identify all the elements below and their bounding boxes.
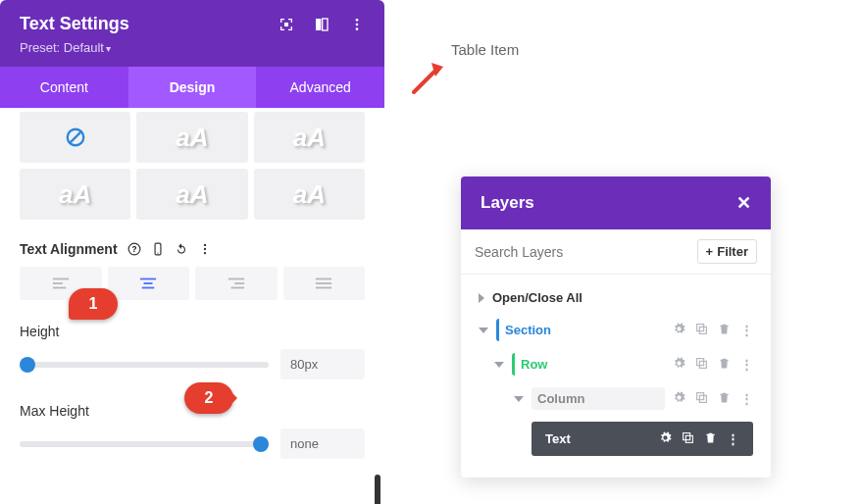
layer-label: Section: [496, 319, 665, 341]
layer-label: Column: [532, 387, 665, 410]
layer-actions: ⋮: [673, 391, 753, 406]
layers-header: Layers ✕: [461, 176, 771, 229]
svg-rect-35: [684, 433, 690, 440]
help-icon[interactable]: ?: [127, 242, 141, 256]
max-height-slider[interactable]: [20, 441, 269, 447]
duplicate-icon[interactable]: [682, 431, 694, 444]
duplicate-icon[interactable]: [695, 323, 708, 335]
layers-body: Open/Close All Section ⋮ Row ⋮: [461, 275, 771, 478]
duplicate-icon[interactable]: [695, 391, 708, 404]
duplicate-icon[interactable]: [695, 357, 708, 370]
svg-rect-2: [323, 19, 328, 30]
style-option[interactable]: aA: [20, 169, 130, 220]
svg-rect-1: [316, 19, 321, 30]
layer-row[interactable]: Row ⋮: [475, 347, 757, 381]
layer-actions: ⋮: [673, 323, 753, 337]
style-option[interactable]: aA: [254, 112, 365, 163]
focus-icon[interactable]: [279, 17, 294, 32]
more-icon[interactable]: ⋮: [740, 391, 753, 406]
trash-icon[interactable]: [718, 391, 731, 404]
svg-line-27: [414, 69, 437, 92]
panel-body: aA aA aA aA aA Text Alignment ?: [0, 112, 384, 479]
tab-advanced[interactable]: Advanced: [256, 67, 384, 108]
svg-rect-30: [699, 327, 706, 333]
filter-button[interactable]: +Filter: [697, 239, 757, 264]
svg-point-3: [356, 19, 359, 22]
panel-header: Text Settings Preset: Default▾: [0, 0, 384, 67]
triangle-right-icon: [479, 293, 484, 303]
height-value[interactable]: 80px: [280, 349, 365, 379]
filter-label: Filter: [717, 244, 748, 259]
annotation-marker-1: 1: [69, 288, 118, 320]
layer-actions: ⋮: [653, 428, 745, 450]
text-style-grid: aA aA aA aA aA: [20, 112, 365, 220]
svg-rect-0: [284, 23, 288, 26]
svg-text:?: ?: [131, 245, 136, 254]
annotation-marker-2: 2: [184, 382, 233, 414]
more-icon[interactable]: [198, 242, 212, 256]
expand-all-toggle[interactable]: Open/Close All: [475, 282, 757, 313]
style-option[interactable]: aA: [254, 169, 365, 220]
trash-icon[interactable]: [704, 431, 717, 444]
preset-label: Preset: Default: [20, 40, 104, 55]
layers-panel: Layers ✕ +Filter Open/Close All Section …: [461, 176, 771, 478]
gear-icon[interactable]: [659, 431, 672, 444]
trash-icon[interactable]: [718, 323, 731, 335]
device-icon[interactable]: [151, 242, 165, 256]
svg-rect-32: [699, 361, 706, 368]
style-option[interactable]: aA: [136, 169, 247, 220]
panel-title: Text Settings: [20, 14, 129, 34]
svg-rect-31: [697, 359, 704, 366]
tab-content[interactable]: Content: [0, 67, 128, 108]
marker-1-text: 1: [89, 295, 98, 313]
settings-tabs: Content Design Advanced: [0, 67, 384, 108]
scrollbar[interactable]: [375, 475, 380, 504]
close-icon[interactable]: ✕: [736, 192, 751, 214]
svg-rect-34: [699, 395, 706, 402]
triangle-down-icon: [494, 362, 504, 368]
layer-label: Row: [512, 353, 665, 376]
svg-rect-29: [697, 325, 704, 331]
layer-section[interactable]: Section ⋮: [475, 313, 757, 347]
layers-search-input[interactable]: [475, 244, 689, 260]
layer-actions: ⋮: [673, 357, 753, 372]
reset-icon[interactable]: [175, 242, 188, 256]
more-icon[interactable]: ⋮: [727, 431, 739, 446]
canvas-table-item[interactable]: Table Item: [451, 41, 519, 58]
layers-title: Layers: [481, 193, 534, 213]
trash-icon[interactable]: [718, 357, 731, 370]
svg-point-13: [203, 248, 205, 250]
more-icon[interactable]: ⋮: [740, 357, 753, 372]
svg-point-14: [203, 252, 205, 254]
gear-icon[interactable]: [673, 357, 685, 370]
align-center-button[interactable]: [108, 267, 190, 300]
more-icon[interactable]: ⋮: [740, 323, 753, 337]
layer-column[interactable]: Column ⋮: [475, 381, 757, 416]
style-option[interactable]: aA: [136, 112, 247, 163]
height-slider[interactable]: [20, 362, 269, 368]
triangle-down-icon: [479, 328, 488, 333]
gear-icon[interactable]: [673, 391, 685, 404]
more-icon[interactable]: [349, 17, 365, 32]
svg-rect-33: [697, 393, 704, 400]
svg-point-11: [157, 253, 158, 254]
gear-icon[interactable]: [673, 323, 685, 335]
layers-search-row: +Filter: [461, 229, 771, 275]
style-none[interactable]: [20, 112, 130, 163]
annotation-arrow: [408, 59, 447, 98]
text-alignment-label: Text Alignment: [20, 241, 118, 257]
tab-design[interactable]: Design: [128, 67, 257, 108]
layer-text[interactable]: Text ⋮: [475, 416, 757, 462]
height-label: Height: [20, 324, 365, 339]
preset-dropdown[interactable]: Preset: Default▾: [20, 40, 365, 55]
svg-point-12: [203, 244, 205, 246]
triangle-down-icon: [514, 396, 524, 402]
svg-point-4: [356, 23, 359, 25]
marker-2-text: 2: [205, 389, 214, 407]
align-right-button[interactable]: [195, 267, 278, 300]
align-justify-button[interactable]: [283, 267, 366, 300]
column-icon[interactable]: [314, 17, 329, 32]
max-height-value[interactable]: none: [280, 428, 365, 459]
layer-label: Text: [539, 428, 645, 450]
expand-all-label: Open/Close All: [492, 290, 582, 305]
